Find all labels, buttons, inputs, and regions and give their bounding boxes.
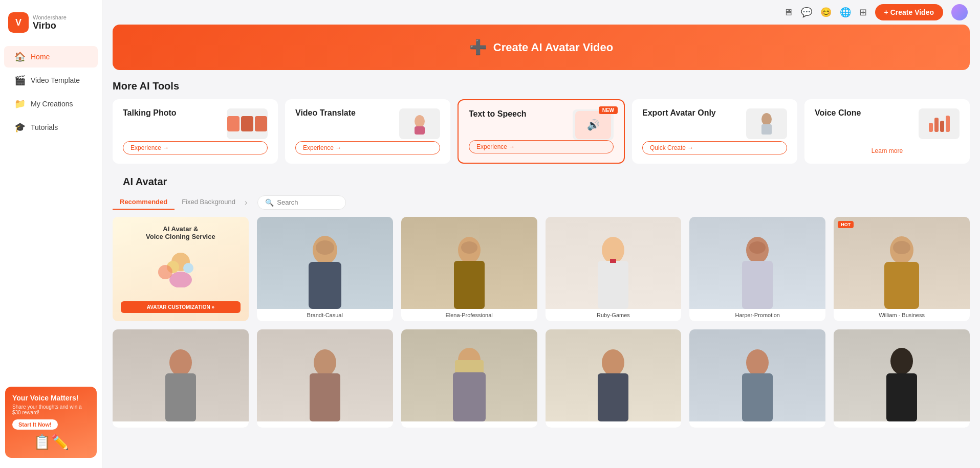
avatar-row2-3-label — [401, 421, 537, 428]
video-translate-experience-button[interactable]: Experience → — [295, 141, 440, 154]
sidebar-label-my-creations: My Creations — [31, 100, 73, 108]
svg-point-7 — [183, 263, 193, 273]
new-badge: NEW — [599, 106, 618, 114]
talking-photo-title: Talking Photo — [123, 108, 177, 118]
topbar-icons: 🖥 💬 😊 🌐 ⊞ — [783, 7, 867, 18]
voice-clone-preview — [919, 108, 960, 139]
tutorials-icon: 🎓 — [14, 122, 26, 133]
video-translate-title: Video Translate — [295, 108, 356, 118]
sidebar-label-tutorials: Tutorials — [31, 123, 58, 131]
product-name: Virbo — [33, 20, 67, 31]
svg-point-14 — [461, 241, 477, 254]
avatar-search-box[interactable]: 🔍 — [257, 195, 346, 210]
svg-rect-3 — [761, 124, 772, 135]
svg-point-11 — [316, 240, 334, 255]
svg-rect-25 — [165, 373, 196, 421]
svg-point-31 — [602, 349, 624, 376]
avatar-customization-button[interactable]: AVATAR CUSTOMIZATION » — [121, 301, 241, 313]
elena-image — [401, 217, 537, 309]
video-translate-preview — [399, 108, 440, 139]
text-to-speech-title: Text to Speech — [469, 109, 527, 119]
avatar-card-brandt[interactable]: Brandt-Casual — [257, 217, 393, 321]
main-content: 🖥 💬 😊 🌐 ⊞ + Create Video ➕ Create AI Ava… — [102, 0, 980, 468]
tab-fixed-background[interactable]: Fixed Background — [175, 195, 243, 210]
svg-rect-19 — [742, 261, 773, 309]
svg-point-0 — [415, 115, 425, 127]
avatar-row2-5-label — [689, 421, 825, 428]
svg-rect-30 — [453, 372, 486, 421]
svg-rect-27 — [310, 373, 340, 421]
monitor-icon[interactable]: 🖥 — [783, 7, 793, 18]
tool-card-text-to-speech[interactable]: NEW Text to Speech 🔊 Experience → — [458, 99, 625, 164]
avatar-search-input[interactable] — [277, 198, 338, 206]
avatar-card-row2-4[interactable] — [546, 329, 682, 428]
search-icon: 🔍 — [265, 198, 274, 207]
avatar-promo-image — [121, 247, 241, 287]
svg-rect-13 — [454, 261, 485, 309]
william-label: William - Business — [834, 309, 970, 321]
avatar-card-row2-5[interactable] — [689, 329, 825, 428]
talking-photo-experience-button[interactable]: Experience → — [123, 141, 268, 154]
avatar-card-william[interactable]: HOT William - Business — [834, 217, 970, 321]
tool-card-video-translate[interactable]: Video Translate Experience → — [285, 99, 450, 164]
avatar-row2-4-label — [546, 421, 682, 428]
avatar-section: AI Avatar Recommended Fixed Background ›… — [102, 176, 980, 428]
elena-label: Elena-Professional — [401, 309, 537, 321]
avatar-promo-card[interactable]: AI Avatar &Voice Cloning Service AVATAR … — [113, 217, 249, 321]
globe-icon[interactable]: 🌐 — [840, 7, 851, 18]
sidebar-item-home[interactable]: 🏠 Home — [4, 46, 98, 68]
avatar-card-row2-6[interactable] — [834, 329, 970, 428]
user-avatar[interactable] — [951, 4, 968, 20]
ai-avatar-title: AI Avatar — [113, 176, 970, 188]
harper-label: Harper-Promotion — [689, 309, 825, 321]
hero-banner[interactable]: ➕ Create AI Avatar Video — [113, 25, 970, 70]
avatar-card-row2-3[interactable] — [401, 329, 537, 428]
tool-card-voice-clone[interactable]: Voice Clone Learn more — [804, 99, 970, 164]
hot-badge: HOT — [838, 221, 854, 228]
text-to-speech-experience-button[interactable]: Experience → — [469, 140, 614, 153]
avatar-filter-row: Recommended Fixed Background › 🔍 — [113, 195, 970, 210]
svg-rect-1 — [415, 126, 425, 135]
avatar-card-row2-2[interactable] — [257, 329, 393, 428]
ruby-label: Ruby-Games — [546, 309, 682, 321]
harper-image — [689, 217, 825, 309]
sidebar-label-home: Home — [31, 53, 50, 61]
logo: V Wondershare Virbo — [0, 8, 102, 45]
ai-tools-section-title: More AI Tools — [102, 80, 980, 92]
company-name: Wondershare — [33, 14, 67, 20]
promo-description: Share your thoughts and win a $30 reward… — [12, 404, 90, 415]
export-avatar-quick-create-button[interactable]: Quick Create → — [642, 141, 787, 154]
avatar-card-harper[interactable]: Harper-Promotion — [689, 217, 825, 321]
svg-rect-16 — [598, 261, 628, 309]
voice-clone-learn-more-button[interactable]: Learn more — [815, 147, 960, 154]
tool-card-talking-photo[interactable]: Talking Photo Experience → — [113, 99, 278, 164]
svg-point-20 — [749, 241, 766, 254]
grid-icon[interactable]: ⊞ — [859, 7, 867, 18]
create-video-button[interactable]: + Create Video — [875, 4, 943, 20]
chat-icon[interactable]: 💬 — [801, 7, 812, 18]
william-image: HOT — [834, 217, 970, 309]
svg-rect-10 — [309, 262, 341, 309]
avatar-card-row2-1[interactable] — [113, 329, 249, 428]
svg-rect-36 — [886, 373, 917, 421]
avatar-grid-row1: AI Avatar &Voice Cloning Service AVATAR … — [113, 217, 970, 321]
emoji-icon[interactable]: 😊 — [820, 7, 832, 18]
my-creations-icon: 📁 — [14, 98, 26, 109]
tabs-chevron-right-icon[interactable]: › — [243, 198, 249, 207]
ai-tools-row: Talking Photo Experience → Video Transla… — [102, 99, 980, 164]
avatar-row2-6-label — [834, 421, 970, 428]
promo-start-button[interactable]: Start It Now! — [12, 419, 58, 430]
svg-point-5 — [169, 272, 192, 287]
avatar-card-ruby[interactable]: Ruby-Games — [546, 217, 682, 321]
avatar-card-elena[interactable]: Elena-Professional — [401, 217, 537, 321]
tab-recommended[interactable]: Recommended — [113, 195, 175, 210]
sidebar-label-video-template: Video Template — [31, 76, 80, 84]
svg-rect-22 — [884, 262, 919, 309]
tool-card-export-avatar[interactable]: Export Avatar Only Quick Create → — [632, 99, 797, 164]
hero-text: Create AI Avatar Video — [493, 41, 613, 54]
sidebar-item-video-template[interactable]: 🎬 Video Template — [4, 70, 98, 91]
talking-photo-preview — [227, 108, 268, 139]
sidebar-item-my-creations[interactable]: 📁 My Creations — [4, 93, 98, 115]
sidebar-item-tutorials[interactable]: 🎓 Tutorials — [4, 117, 98, 138]
logo-icon: V — [8, 12, 29, 33]
